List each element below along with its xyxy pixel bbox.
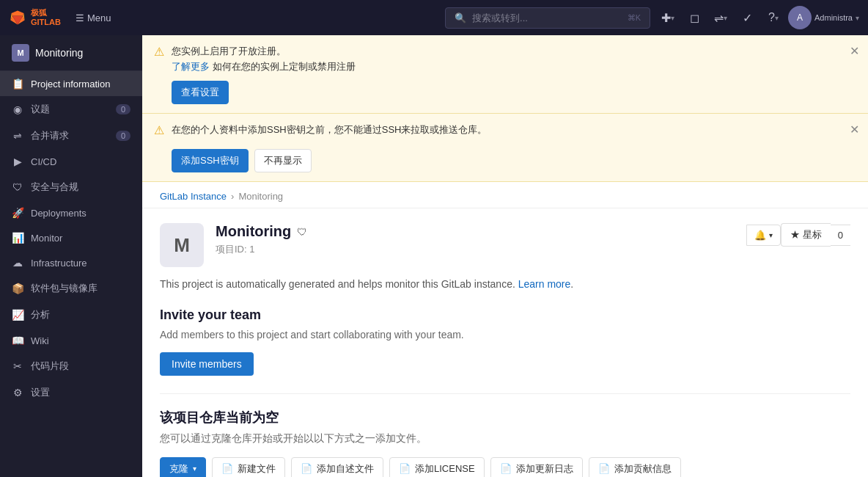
breadcrumb-sep: › (231, 191, 234, 202)
sidebar-item-settings[interactable]: ⚙ 设置 (0, 379, 142, 406)
gitlab-logo[interactable]: 极狐GITLAB (9, 8, 61, 27)
project-name: Monitoring (216, 223, 291, 240)
project-id: 项目ID: 1 (216, 243, 735, 256)
clone-button[interactable]: 克隆 ▾ (160, 457, 206, 477)
issues-badge: 0 (116, 104, 130, 114)
add-ssh-key-button[interactable]: 添加SSH密钥 (172, 149, 249, 172)
project-actions: 🔔 ▾ ★ 星标 0 (746, 223, 850, 247)
user-chevron-icon: ▾ (856, 14, 859, 22)
license-icon: 📄 (399, 463, 411, 474)
readme-label: 添加自述文件 (317, 462, 374, 476)
search-input[interactable] (472, 12, 622, 23)
sidebar-item-snippets[interactable]: ✂ 代码片段 (0, 353, 142, 379)
add-contributing-button[interactable]: 📄 添加贡献信息 (589, 457, 681, 477)
sidebar-item-project-information[interactable]: 📋 Project information (0, 71, 142, 96)
settings-icon: ⚙ (12, 387, 23, 398)
menu-button[interactable]: ☰ Menu (70, 10, 117, 26)
sidebar-item-issues[interactable]: ◉ 议题 0 (0, 96, 142, 123)
notification-button[interactable]: 🔔 ▾ (746, 225, 781, 246)
registration-alert-close[interactable]: ✕ (850, 44, 859, 58)
deployments-icon: 🚀 (12, 207, 23, 219)
search-bar[interactable]: 🔍 ⌘K (445, 7, 650, 29)
warning-icon: ⚠ (154, 45, 164, 59)
issues-icon: ◻ (690, 11, 699, 25)
sidebar-project-header[interactable]: M Monitoring (0, 35, 142, 71)
security-icon: 🛡 (12, 181, 23, 193)
project-header: M Monitoring 🛡 项目ID: 1 🔔 ▾ ★ 星标 0 (142, 208, 868, 276)
view-settings-button[interactable]: 查看设置 (172, 81, 229, 104)
breadcrumb-current: Monitoring (238, 191, 283, 202)
menu-icon: ☰ (76, 12, 84, 23)
sidebar-item-label: 合并请求 (31, 129, 69, 142)
ssh-alert-body: 在您的个人资料中添加SSH密钥之前，您不能通过SSH来拉取或推送仓库。 添加SS… (172, 123, 487, 173)
sidebar-item-label: Project information (31, 79, 110, 90)
bell-icon: 🔔 (754, 230, 766, 241)
sidebar-item-label: Infrastructure (31, 258, 87, 269)
notify-chevron-icon: ▾ (769, 231, 773, 239)
registration-alert: ⚠ 您实例上启用了开放注册。 了解更多 如何在您的实例上定制或禁用注册 查看设置… (142, 35, 868, 114)
empty-repo-title: 该项目仓库当前为空 (142, 409, 868, 426)
new-file-label: 新建文件 (238, 462, 276, 476)
learn-more-link[interactable]: Learn more (518, 278, 571, 290)
sidebar-item-analytics[interactable]: 📈 分析 (0, 302, 142, 328)
user-avatar[interactable]: A (788, 6, 812, 29)
sidebar-item-infrastructure[interactable]: ☁ Infrastructure (0, 250, 142, 275)
invite-section-title: Invite your team (142, 307, 868, 323)
project-desc-text: This project is automatically generated … (160, 278, 515, 290)
sidebar-item-security[interactable]: 🛡 安全与合规 (0, 174, 142, 200)
mr-sidebar-icon: ⇌ (12, 130, 23, 142)
changelog-label: 添加更新日志 (516, 462, 573, 476)
sidebar-item-cicd[interactable]: ▶ CI/CD (0, 149, 142, 174)
sidebar-project-name: Monitoring (35, 47, 83, 59)
sidebar: M Monitoring 📋 Project information ◉ 议题 … (0, 35, 142, 477)
infrastructure-icon: ☁ (12, 257, 23, 269)
empty-repo-desc: 您可以通过克隆仓库开始或开始以以下方式之一添加文件。 (142, 432, 868, 445)
star-button[interactable]: ★ 星标 (781, 223, 831, 247)
new-file-button[interactable]: 📄 新建文件 (212, 457, 285, 477)
merge-requests-button[interactable]: ⇌ ▾ (709, 6, 732, 29)
registration-learn-more-link[interactable]: 了解更多 (172, 61, 210, 72)
menu-label: Menu (87, 12, 111, 23)
snippets-icon: ✂ (12, 360, 23, 372)
project-info: Monitoring 🛡 项目ID: 1 (216, 223, 735, 256)
sidebar-item-label: 设置 (31, 386, 50, 399)
ssh-alert: ⚠ 在您的个人资料中添加SSH密钥之前，您不能通过SSH来拉取或推送仓库。 添加… (142, 114, 868, 183)
mr-badge: 0 (116, 131, 130, 141)
project-avatar: M (160, 223, 204, 267)
cicd-icon: ▶ (12, 156, 23, 167)
todo-button[interactable]: ✓ (735, 6, 759, 29)
sidebar-item-label: CI/CD (31, 156, 56, 167)
add-readme-button[interactable]: 📄 添加自述文件 (291, 457, 383, 477)
license-label: 添加LICENSE (415, 462, 475, 476)
sidebar-item-merge-requests[interactable]: ⇌ 合并请求 0 (0, 123, 142, 149)
clone-dropdown-icon: ▾ (193, 465, 196, 473)
plus-icon: ✚ (661, 11, 671, 25)
merge-icon: ⇌ (714, 11, 724, 25)
help-button[interactable]: ? ▾ (762, 6, 785, 29)
sidebar-item-label: 分析 (31, 308, 50, 321)
issues-button[interactable]: ◻ (683, 6, 706, 29)
create-button[interactable]: ✚ ▾ (656, 6, 680, 29)
sidebar-item-deployments[interactable]: 🚀 Deployments (0, 200, 142, 225)
packages-icon: 📦 (12, 283, 23, 294)
add-changelog-button[interactable]: 📄 添加更新日志 (490, 457, 583, 477)
monitor-icon: 📊 (12, 232, 23, 244)
ssh-alert-close[interactable]: ✕ (850, 123, 859, 136)
sidebar-item-label: Monitor (31, 233, 62, 244)
issues-sidebar-icon: ◉ (12, 103, 23, 115)
add-license-button[interactable]: 📄 添加LICENSE (389, 457, 485, 477)
dismiss-ssh-alert-button[interactable]: 不再显示 (254, 149, 312, 172)
sidebar-project-avatar: M (12, 44, 29, 62)
sidebar-item-label: 安全与合规 (31, 181, 78, 194)
analytics-icon: 📈 (12, 309, 23, 321)
sidebar-item-monitor[interactable]: 📊 Monitor (0, 225, 142, 250)
clone-label: 克隆 (169, 462, 188, 476)
sidebar-item-packages[interactable]: 📦 软件包与镜像库 (0, 275, 142, 302)
chevron-down-icon: ▾ (671, 14, 674, 22)
sidebar-item-label: 代码片段 (31, 360, 69, 373)
breadcrumb-parent[interactable]: GitLab Instance (160, 191, 227, 202)
invite-members-button[interactable]: Invite members (160, 352, 254, 376)
sidebar-item-wiki[interactable]: 📖 Wiki (0, 328, 142, 353)
help-chevron-icon: ▾ (775, 14, 779, 22)
file-icon: 📄 (221, 463, 233, 474)
